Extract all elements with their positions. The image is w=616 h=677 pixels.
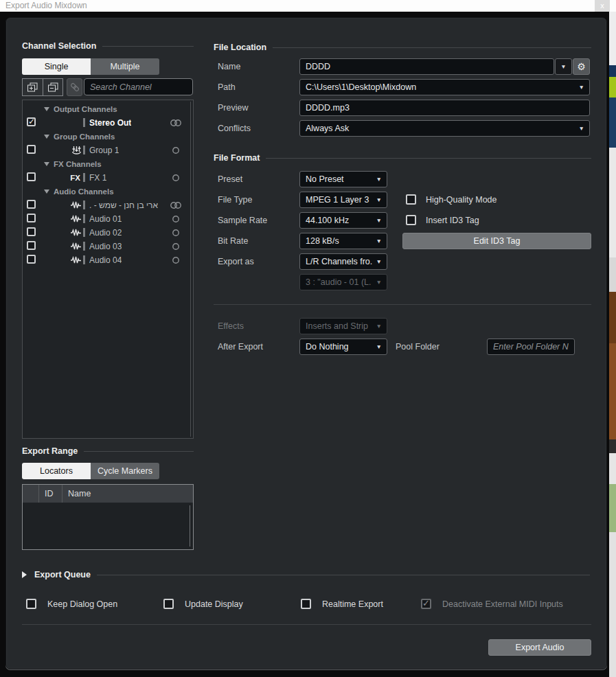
window-titlebar: Export Audio Mixdown x [0,0,616,12]
tree-item-audio-02[interactable]: Audio 02 [23,226,189,240]
update-display-checkbox[interactable] [163,599,174,609]
background-window-segment [609,148,616,257]
realtime-export-checkbox[interactable] [301,599,311,609]
tab-cycle-markers[interactable]: Cycle Markers [91,463,159,479]
collapse-triangle-icon[interactable] [44,190,49,194]
tree-item-audio-03[interactable]: Audio 03 [23,240,189,253]
after-export-dropdown[interactable]: Do Nothing [299,338,387,355]
high-quality-mode-label: High-Quality Mode [426,194,497,206]
close-button[interactable]: x [595,0,610,12]
preview-label: Preview [218,100,248,116]
header-rule [97,575,590,575]
keep-dialog-open-checkbox[interactable] [26,599,36,609]
stereo-icon [169,201,183,211]
channel-checkbox[interactable] [27,200,36,209]
conflicts-label: Conflicts [218,120,251,137]
tree-category-fx[interactable]: FX Channels [23,157,189,171]
export-audio-mixdown-dialog: Channel Selection Single Multiple [5,17,607,669]
realtime-export-label: Realtime Export [322,598,383,610]
fx-icon: FX [50,171,82,185]
deactivate-external-midi-checkbox [421,599,431,609]
preset-dropdown[interactable]: No Preset [299,171,387,187]
export-range-scrollbar[interactable] [190,505,190,547]
file-type-label: File Type [218,192,253,208]
export-queue-header[interactable]: Export Queue [22,569,590,580]
bit-rate-dropdown[interactable]: 128 kB/s [299,233,387,249]
channel-checkbox[interactable] [27,241,36,250]
link-channels-button[interactable] [67,78,82,96]
expand-triangle-icon[interactable] [22,571,27,578]
export-as-label: Export as [218,253,254,270]
edit-id3-tag-button[interactable]: Edit ID3 Tag [402,233,591,249]
waveform-icon [50,212,82,226]
mono-icon [169,174,183,184]
export-as-dropdown[interactable]: L/R Channels fro. [299,253,387,270]
channel-selection-title: Channel Selection [22,41,96,51]
high-quality-mode-checkbox[interactable] [406,194,416,205]
search-channel-input[interactable] [84,78,193,95]
tree-category-group[interactable]: Group Channels [23,130,189,144]
name-history-dropdown-button[interactable] [555,58,572,75]
tree-item-audio-01[interactable]: Audio 01 [23,212,189,226]
channel-color-bar [83,255,85,264]
conflicts-dropdown[interactable]: Always Ask [299,120,590,137]
export-range-table-header: ID Name [23,485,193,503]
file-type-dropdown[interactable]: MPEG 1 Layer 3 [299,192,387,208]
waveform-icon [50,198,82,212]
expand-all-icon [27,82,38,93]
channel-checkbox[interactable] [27,227,36,236]
preset-label: Preset [218,171,242,187]
channel-checkbox[interactable] [27,145,36,154]
tree-category-output[interactable]: Output Channels [23,102,189,116]
channel-selection-header: Channel Selection [22,41,194,51]
channel-color-bar [83,146,85,154]
channel-tree-scrollbar[interactable] [190,102,191,437]
background-window-segment [609,532,616,677]
channel-source-dropdown: 3 : "audio - 01 (L. [299,274,387,290]
tree-item-audio-04[interactable]: Audio 04 [23,253,189,267]
pool-folder-label: Pool Folder [396,338,440,355]
mono-icon [169,256,183,266]
channel-tree: Output Channels Stereo Out Group Channel… [22,100,194,439]
channel-checkbox[interactable] [27,255,36,264]
tree-item-stereo-out[interactable]: Stereo Out [23,116,189,130]
collapse-triangle-icon[interactable] [44,135,49,139]
tab-single[interactable]: Single [22,58,91,75]
sample-rate-dropdown[interactable]: 44.100 kHz [299,212,387,229]
channel-checkbox[interactable] [27,117,36,126]
bit-rate-label: Bit Rate [218,233,248,249]
header-rule [266,158,591,159]
divider [214,304,591,305]
tab-locators[interactable]: Locators [22,463,91,479]
sample-rate-label: Sample Rate [218,212,267,229]
header-rule [84,451,194,452]
channel-color-bar [83,173,85,182]
collapse-all-icon [47,82,59,93]
collapse-all-button[interactable] [43,78,63,96]
tab-multiple[interactable]: Multiple [91,58,159,75]
collapse-triangle-icon[interactable] [44,107,49,111]
name-options-gear-button[interactable] [573,58,590,75]
waveform-icon [50,226,82,240]
expand-all-button[interactable] [22,78,43,96]
export-range-table: ID Name [22,484,194,550]
tree-item-group-1[interactable]: Group 1 [23,144,189,157]
channel-color-bar [83,214,85,223]
export-audio-button[interactable]: Export Audio [488,639,591,656]
waveform-icon [50,240,82,253]
column-name[interactable]: Name [62,485,193,503]
pool-folder-input[interactable] [487,338,575,355]
column-id[interactable]: ID [39,485,62,503]
mono-icon [169,242,183,253]
collapse-triangle-icon[interactable] [44,162,49,166]
tree-item-audio-hebrew[interactable]: . - ארי בן חנן - שמש [23,198,189,212]
channel-checkbox[interactable] [27,214,36,222]
name-input[interactable] [299,58,554,75]
channel-checkbox[interactable] [27,172,36,181]
path-combobox[interactable]: C:\Users\1\Desktop\Mixdown [299,79,590,95]
insert-id3-tag-checkbox[interactable] [406,215,416,225]
tree-category-audio[interactable]: Audio Channels [23,185,189,198]
effects-label: Effects [218,318,244,334]
tree-item-fx-1[interactable]: FX FX 1 [23,171,189,185]
name-label: Name [218,58,240,75]
